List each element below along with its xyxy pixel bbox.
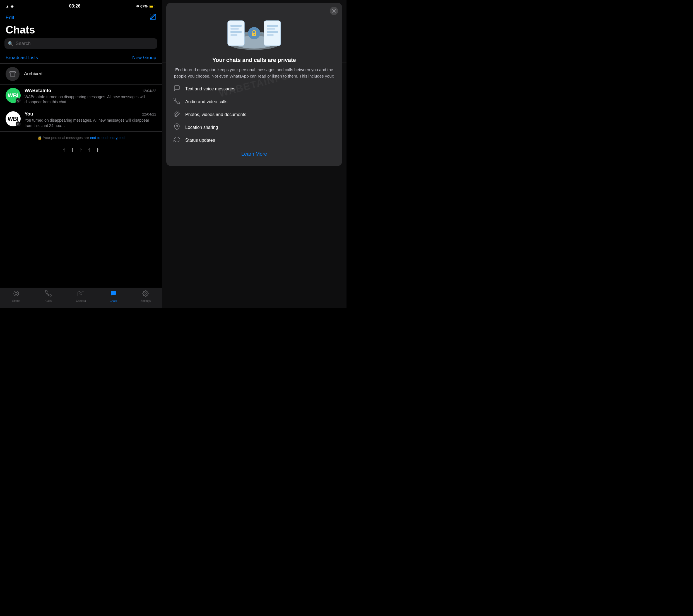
left-time: 03:26	[69, 4, 80, 9]
feature-icon-3	[173, 123, 181, 132]
battery-percentage: 67%	[140, 4, 147, 8]
feature-text-1: Audio and video calls	[185, 99, 227, 104]
chat-item-you[interactable]: WBI ⊙ You 22/04/22 You turned on disappe…	[0, 108, 162, 132]
arrow-5: ↑	[96, 146, 99, 154]
left-chat-list: Archived WBI ⊙ WABetaInfo 12/04/22 WABet…	[0, 64, 162, 287]
feature-item-2: Photos, videos and documents	[173, 111, 335, 119]
left-tab-bar: Status Calls Camera	[0, 287, 162, 308]
e2e-link[interactable]: end-to-end encrypted	[90, 136, 125, 140]
modal-description: End-to-end encryption keeps your persona…	[173, 67, 335, 79]
feature-item-3: Location sharing	[173, 123, 335, 132]
feature-icon-4	[173, 136, 181, 144]
modal-close-button[interactable]	[330, 7, 338, 15]
svg-rect-19	[267, 28, 275, 29]
feature-icon-1	[173, 98, 181, 106]
status-tab-icon	[13, 290, 20, 299]
tab-camera[interactable]: Camera	[73, 290, 89, 302]
svg-point-4	[15, 292, 17, 295]
chat-info-1: WABetaInfo 12/04/22 WABetaInfo turned on…	[24, 88, 156, 104]
left-edit-button[interactable]: Edit	[5, 15, 14, 21]
timer-badge-1: ⊙	[16, 98, 21, 103]
left-search-bar[interactable]: 🔍	[4, 38, 157, 49]
chats-tab-icon	[110, 290, 117, 299]
timer-badge-2: ⊙	[16, 121, 21, 126]
archived-row[interactable]: Archived	[0, 64, 162, 84]
learn-more-button[interactable]: Learn More	[173, 151, 335, 157]
feature-text-4: Status updates	[185, 138, 215, 143]
feature-icon-0	[173, 85, 181, 93]
e2e-text: Your personal messages are	[43, 136, 89, 140]
chat-header-row-1: WABetaInfo 12/04/22	[24, 88, 156, 94]
tab-status-label: Status	[12, 299, 20, 302]
tab-settings[interactable]: Settings	[137, 290, 154, 302]
svg-rect-1	[10, 72, 15, 73]
left-chats-title: Chats	[0, 23, 162, 38]
feature-text-3: Location sharing	[185, 125, 218, 130]
avatar-you: WBI ⊙	[5, 111, 21, 126]
avatar-text-you: WBI	[8, 116, 19, 122]
svg-rect-16	[231, 34, 237, 36]
chat-header-row-2: You 22/04/22	[24, 111, 156, 117]
location-icon: ⊕	[136, 4, 139, 8]
left-status-bar: ▲ ◈ 03:26 ⊕ 67%	[0, 0, 162, 12]
chat-time-1: 12/04/22	[142, 89, 156, 93]
arrow-2: ↑	[71, 146, 74, 154]
left-action-row: Broadcast Lists New Group	[0, 52, 162, 64]
svg-rect-18	[267, 25, 278, 27]
modal-features-list: Text and voice messages Audio and video …	[173, 85, 335, 144]
left-header: Edit	[0, 12, 162, 23]
svg-point-28	[176, 125, 178, 127]
svg-rect-13	[231, 25, 242, 27]
tab-status[interactable]: Status	[8, 290, 24, 302]
settings-tab-icon	[142, 290, 149, 299]
left-panel: ▲ ◈ 03:26 ⊕ 67% Edit Chats 🔍	[0, 0, 162, 308]
svg-rect-14	[231, 28, 239, 29]
compose-icon[interactable]	[150, 14, 156, 22]
left-status-left-icons: ▲ ◈	[5, 4, 13, 8]
tab-calls[interactable]: Calls	[40, 290, 57, 302]
camera-tab-icon	[78, 290, 84, 299]
tab-chats[interactable]: Chats	[105, 290, 122, 302]
feature-item-1: Audio and video calls	[173, 98, 335, 106]
archived-label: Archived	[24, 71, 42, 77]
feature-text-0: Text and voice messages	[185, 86, 235, 92]
modal-overlay: WABETAINFO	[162, 0, 346, 308]
modal-title: Your chats and calls are private	[173, 57, 335, 63]
scroll-arrows: ↑ ↑ ↑ ↑ ↑	[0, 144, 162, 158]
left-search-icon: 🔍	[8, 41, 13, 46]
archive-icon	[5, 67, 20, 81]
svg-point-3	[14, 291, 19, 296]
left-new-group-button[interactable]: New Group	[132, 55, 156, 61]
feature-item-4: Status updates	[173, 136, 335, 144]
lock-icon: 🔒	[37, 136, 42, 140]
avatar-wabetainfo: WBI ⊙	[5, 88, 21, 103]
svg-rect-20	[267, 31, 278, 33]
privacy-modal: WABETAINFO	[166, 3, 342, 166]
left-broadcast-button[interactable]: Broadcast Lists	[5, 55, 38, 61]
battery-icon	[149, 4, 156, 8]
tab-settings-label: Settings	[141, 299, 151, 302]
tab-calls-label: Calls	[45, 299, 52, 302]
svg-rect-27	[254, 35, 254, 36]
chat-item-wabetainfo[interactable]: WBI ⊙ WABetaInfo 12/04/22 WABetaInfo tur…	[0, 84, 162, 108]
tab-camera-label: Camera	[76, 299, 86, 302]
arrow-1: ↑	[62, 146, 66, 154]
wifi2-icon: ◈	[11, 4, 13, 8]
svg-rect-15	[231, 31, 242, 33]
left-search-input[interactable]	[16, 41, 154, 46]
chat-info-2: You 22/04/22 You turned on disappearing …	[24, 111, 156, 128]
e2e-note: 🔒 Your personal messages are end-to-end …	[0, 132, 162, 144]
feature-item-0: Text and voice messages	[173, 85, 335, 93]
svg-point-6	[145, 293, 146, 294]
feature-text-2: Photos, videos and documents	[185, 112, 246, 117]
chat-time-2: 22/04/22	[142, 112, 156, 116]
modal-illustration	[173, 12, 335, 51]
feature-icon-2	[173, 111, 181, 119]
svg-rect-12	[227, 21, 244, 46]
chat-preview-2: You turned on disappearing messages. All…	[24, 118, 156, 128]
chat-name-1: WABetaInfo	[24, 88, 51, 94]
chat-preview-1: WABetaInfo turned on disappearing messag…	[24, 94, 156, 104]
calls-tab-icon	[45, 290, 52, 299]
svg-rect-21	[267, 34, 274, 36]
tab-chats-label: Chats	[110, 299, 117, 302]
